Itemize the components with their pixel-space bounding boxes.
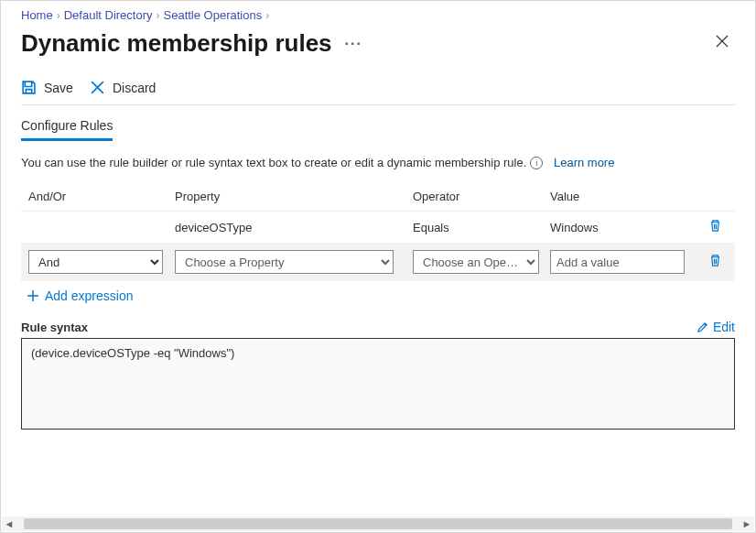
rule-syntax-label: Rule syntax (21, 321, 88, 334)
col-operator: Operator (413, 190, 550, 203)
delete-row-button[interactable] (708, 219, 722, 235)
discard-icon (90, 80, 105, 95)
more-icon[interactable]: ··· (345, 36, 362, 52)
save-icon (21, 80, 37, 95)
edit-label: Edit (713, 320, 735, 334)
col-value: Value (550, 190, 697, 203)
rule-syntax-box: (device.deviceOSType -eq "Windows") (21, 338, 735, 430)
close-icon[interactable] (709, 30, 735, 57)
rule-builder-table: And/Or Property Operator Value deviceOST… (21, 182, 735, 281)
delete-row-button[interactable] (708, 254, 722, 270)
cell-property: deviceOSType (175, 221, 413, 234)
table-row: And Choose a Property Choose an Ope… (21, 243, 735, 281)
info-icon[interactable]: i (530, 157, 543, 169)
trash-icon (708, 254, 722, 267)
operator-select[interactable]: Choose an Ope… (413, 250, 539, 274)
horizontal-scrollbar[interactable]: ◄ ► (2, 517, 754, 531)
save-button[interactable]: Save (21, 80, 73, 95)
cell-operator: Equals (413, 221, 550, 234)
scroll-right-arrow[interactable]: ► (740, 518, 754, 529)
chevron-right-icon: › (265, 9, 269, 22)
edit-syntax-button[interactable]: Edit (697, 320, 735, 334)
toolbar: Save Discard (21, 74, 735, 105)
chevron-right-icon: › (57, 9, 60, 22)
breadcrumb-home[interactable]: Home (21, 8, 53, 22)
scrollbar-thumb[interactable] (24, 518, 732, 529)
add-expression-label: Add expression (45, 288, 134, 303)
breadcrumb: Home › Default Directory › Seattle Opera… (21, 8, 735, 22)
table-row: deviceOSType Equals Windows (21, 212, 735, 243)
scrollbar-track[interactable] (16, 517, 740, 531)
rule-syntax-content: (device.deviceOSType -eq "Windows") (31, 346, 234, 360)
value-input[interactable] (550, 250, 685, 274)
tab-configure-rules[interactable]: Configure Rules (21, 118, 113, 141)
col-property: Property (175, 190, 413, 203)
breadcrumb-directory[interactable]: Default Directory (64, 8, 153, 22)
learn-more-link[interactable]: Learn more (554, 156, 614, 169)
pencil-icon (697, 321, 708, 333)
plus-icon (27, 289, 39, 302)
breadcrumb-group[interactable]: Seattle Operations (164, 8, 263, 22)
description-text: You can use the rule builder or rule syn… (21, 156, 526, 169)
save-label: Save (44, 81, 73, 95)
discard-button[interactable]: Discard (90, 80, 156, 95)
scroll-left-arrow[interactable]: ◄ (2, 518, 16, 529)
andor-select[interactable]: And (28, 250, 163, 274)
chevron-right-icon: › (157, 9, 160, 22)
page-title: Dynamic membership rules ··· (21, 29, 362, 58)
discard-label: Discard (113, 81, 156, 95)
cell-value: Windows (550, 221, 697, 234)
col-andor: And/Or (28, 190, 175, 203)
trash-icon (708, 219, 722, 233)
property-select[interactable]: Choose a Property (175, 250, 394, 274)
add-expression-button[interactable]: Add expression (27, 288, 735, 303)
